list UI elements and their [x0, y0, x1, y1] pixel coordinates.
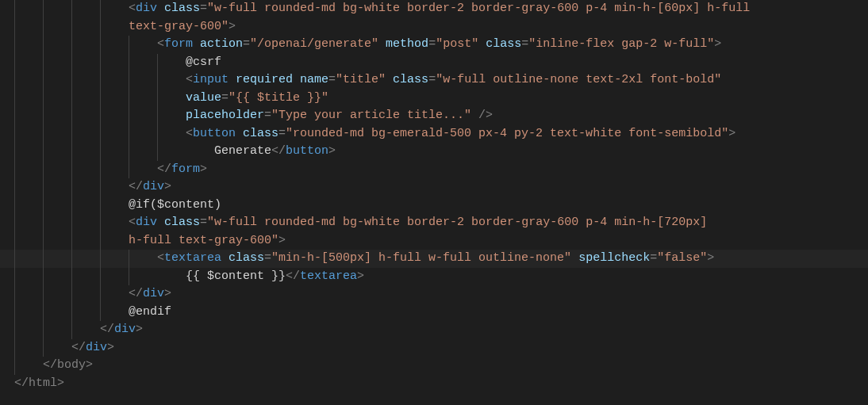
code-line[interactable]: <div class="w-full rounded-md bg-white b… — [0, 214, 868, 232]
code-token: action — [200, 36, 243, 54]
indent-guides — [14, 214, 129, 232]
code-token: button — [286, 143, 328, 161]
indent-guide — [129, 71, 157, 90]
indent-guide — [14, 178, 43, 197]
code-token: @endif — [129, 304, 171, 322]
indent-guides — [14, 197, 129, 215]
code-token: </ — [286, 268, 300, 286]
indent-guide — [43, 250, 71, 268]
code-token: @if($content) — [129, 197, 221, 215]
indent-guide — [100, 197, 129, 215]
indent-guides — [14, 304, 129, 322]
code-line[interactable]: </body> — [0, 357, 868, 375]
code-token: </ — [129, 178, 143, 197]
glyph-margin — [0, 18, 14, 36]
code-token — [386, 71, 393, 90]
code-line[interactable]: </div> — [0, 321, 868, 339]
indent-guide — [129, 161, 157, 179]
code-token: name — [300, 71, 328, 90]
code-line[interactable]: Generate</button> — [0, 143, 868, 161]
indent-guide — [100, 232, 129, 250]
indent-guides — [14, 18, 129, 36]
glyph-margin — [0, 375, 14, 393]
indent-guide — [100, 268, 129, 286]
indent-guide — [14, 161, 43, 179]
indent-guide — [71, 321, 100, 339]
code-line[interactable]: <form action="/openai/generate" method="… — [0, 36, 868, 54]
code-line[interactable]: </div> — [0, 178, 868, 197]
code-token: class — [164, 214, 200, 232]
indent-guide — [14, 232, 43, 250]
code-line[interactable]: </div> — [0, 285, 868, 304]
code-line[interactable]: <input required name="title" class="w-fu… — [0, 71, 868, 90]
indent-guide — [71, 36, 100, 54]
code-line[interactable]: {{ $content }}</textarea> — [0, 268, 868, 286]
indent-guides — [14, 178, 129, 197]
indent-guide — [100, 285, 129, 304]
indent-guide — [71, 178, 100, 197]
glyph-margin — [0, 304, 14, 322]
code-token: "min-h-[500px] h-full w-full outline-non… — [271, 250, 571, 268]
code-line[interactable]: </html> — [0, 375, 868, 393]
indent-guides — [14, 125, 186, 143]
code-line[interactable]: placeholder="Type your article title..."… — [0, 107, 868, 125]
indent-guide — [43, 178, 71, 197]
indent-guide — [14, 18, 43, 36]
indent-guide — [129, 143, 157, 161]
code-token: > — [229, 18, 236, 36]
code-token: > — [164, 285, 171, 304]
indent-guide — [43, 214, 71, 232]
indent-guide — [100, 0, 129, 18]
indent-guides — [14, 285, 129, 304]
code-line[interactable]: h-full text-gray-600"> — [0, 232, 868, 250]
indent-guides — [14, 90, 186, 108]
code-token: = — [221, 90, 229, 108]
code-token: "Type your article title..." — [271, 107, 471, 125]
code-token: = — [650, 250, 657, 268]
code-token: "w-full rounded-md bg-white border-2 bor… — [207, 214, 714, 232]
code-token: class — [486, 36, 521, 54]
indent-guide — [71, 90, 100, 108]
code-token: textarea — [164, 250, 229, 268]
glyph-margin — [0, 214, 14, 232]
code-line[interactable]: <textarea class="min-h-[500px] h-full w-… — [0, 250, 868, 268]
indent-guide — [129, 268, 157, 286]
indent-guide — [14, 54, 43, 72]
code-token: div — [143, 285, 164, 304]
code-line[interactable]: @endif — [0, 304, 868, 322]
indent-guide — [71, 18, 100, 36]
indent-guide — [129, 107, 157, 125]
code-token: > — [164, 178, 171, 197]
code-token: = — [521, 36, 528, 54]
code-line[interactable]: value="{{ $title }}" — [0, 90, 868, 108]
indent-guide — [71, 143, 100, 161]
code-line[interactable]: <div class="w-full rounded-md bg-white b… — [0, 0, 868, 18]
code-token — [378, 36, 386, 54]
code-token: div — [143, 178, 164, 197]
indent-guide — [14, 304, 43, 322]
code-token: </ — [129, 285, 143, 304]
indent-guide — [71, 197, 100, 215]
code-token: class — [393, 71, 428, 90]
indent-guide — [14, 36, 43, 54]
code-token: {{ $content }} — [186, 268, 286, 286]
code-line[interactable]: @if($content) — [0, 197, 868, 215]
code-token: </ — [157, 161, 171, 179]
glyph-margin — [0, 268, 14, 286]
code-line[interactable]: text-gray-600"> — [0, 18, 868, 36]
code-token: < — [157, 36, 164, 54]
code-line[interactable]: </form> — [0, 161, 868, 179]
code-line[interactable]: @csrf — [0, 54, 868, 72]
code-line[interactable]: <button class="rounded-md bg-emerald-500… — [0, 125, 868, 143]
code-token: = — [428, 71, 436, 90]
indent-guide — [157, 90, 186, 108]
indent-guide — [100, 161, 129, 179]
code-token: "post" — [436, 36, 478, 54]
code-editor[interactable]: <div class="w-full rounded-md bg-white b… — [0, 0, 868, 405]
indent-guide — [100, 36, 129, 54]
code-line[interactable]: </div> — [0, 339, 868, 357]
code-token: required — [236, 71, 300, 90]
indent-guide — [100, 71, 129, 90]
indent-guide — [100, 178, 129, 197]
code-token: > — [57, 375, 64, 393]
